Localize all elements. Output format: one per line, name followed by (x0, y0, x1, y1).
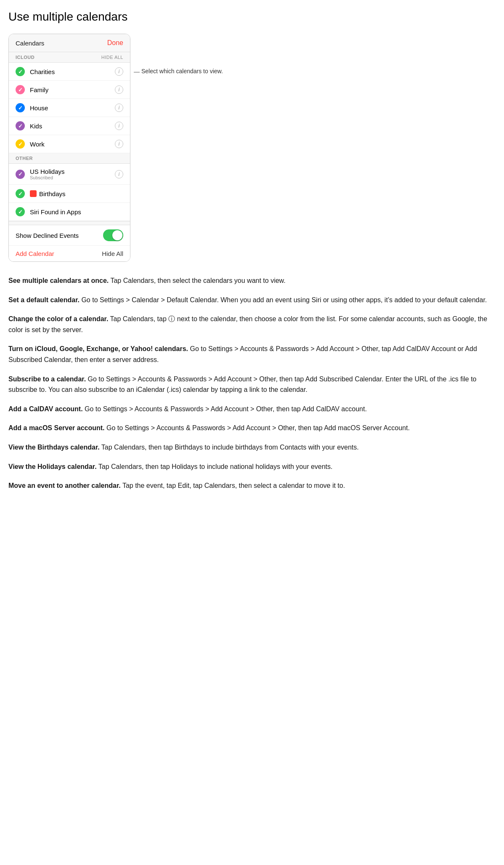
paragraph-4-bold: Turn on iCloud, Google, Exchange, or Yah… (8, 345, 188, 352)
paragraph-7: Add a macOS Server account. Go to Settin… (8, 423, 496, 434)
paragraph-7-text: Go to Settings > Accounts & Passwords > … (105, 424, 410, 431)
family-info-icon[interactable]: i (115, 85, 123, 94)
show-declined-label: Show Declined Events (16, 232, 103, 239)
us-holidays-label: US Holidays Subscribed (30, 168, 115, 180)
birthdays-label: Birthdays (39, 190, 123, 197)
done-button[interactable]: Done (107, 39, 123, 47)
house-check (16, 103, 25, 112)
paragraph-6-bold: Add a CalDAV account. (8, 405, 83, 413)
other-section-header: OTHER (9, 153, 130, 164)
charities-label: Charities (30, 68, 115, 75)
kids-label: Kids (30, 122, 115, 130)
paragraph-1-text: Tap Calendars, then select the calendars… (109, 277, 285, 284)
paragraph-2: Set a default calendar. Go to Settings >… (8, 295, 496, 306)
show-declined-row: Show Declined Events (9, 225, 130, 246)
kids-check (16, 121, 25, 130)
icloud-section-label: ICLOUD (16, 55, 34, 60)
annotation: — Select which calendars to view. (134, 34, 223, 76)
paragraph-2-text: Go to Settings > Calendar > Default Cale… (80, 296, 487, 303)
paragraph-1-bold: See multiple calendars at once. (8, 277, 109, 284)
paragraph-9: View the Holidays calendar. Tap Calendar… (8, 461, 496, 472)
icloud-section-header: ICLOUD HIDE ALL (9, 52, 130, 63)
paragraph-3: Change the color of a calendar. Tap Cale… (8, 314, 496, 335)
us-holidays-check (16, 170, 25, 179)
family-label: Family (30, 86, 115, 93)
add-calendar-link[interactable]: Add Calendar (16, 250, 54, 257)
other-section-label: OTHER (16, 156, 33, 161)
kids-info-icon[interactable]: i (115, 122, 123, 130)
work-info-icon[interactable]: i (115, 140, 123, 148)
phone-header: Calendars Done (9, 34, 130, 52)
hide-all-icloud[interactable]: HIDE ALL (101, 55, 123, 60)
paragraph-8: View the Birthdays calendar. Tap Calenda… (8, 442, 496, 453)
paragraph-2-bold: Set a default calendar. (8, 296, 80, 303)
calendar-item-us-holidays[interactable]: US Holidays Subscribed i (9, 164, 130, 185)
charities-check (16, 67, 25, 76)
divider (9, 221, 130, 225)
house-info-icon[interactable]: i (115, 104, 123, 112)
calendar-item-birthdays[interactable]: Birthdays (9, 185, 130, 203)
work-check (16, 139, 25, 149)
content-body: See multiple calendars at once. Tap Cale… (8, 275, 496, 491)
calendar-item-charities[interactable]: Charities i (9, 63, 130, 81)
show-declined-toggle[interactable] (103, 229, 123, 241)
annotation-dash: — (134, 68, 140, 75)
work-label: Work (30, 141, 115, 148)
paragraph-10-text: Tap the event, tap Edit, tap Calendars, … (121, 482, 345, 489)
subscribed-sublabel: Subscribed (30, 175, 115, 180)
paragraph-4: Turn on iCloud, Google, Exchange, or Yah… (8, 343, 496, 365)
paragraph-9-bold: View the Holidays calendar. (8, 463, 97, 470)
paragraph-3-bold: Change the color of a calendar. (8, 315, 108, 322)
paragraph-10-bold: Move an event to another calendar. (8, 482, 121, 489)
paragraph-5-bold: Subscribe to a calendar. (8, 375, 86, 383)
paragraph-7-bold: Add a macOS Server account. (8, 424, 105, 431)
paragraph-10: Move an event to another calendar. Tap t… (8, 480, 496, 491)
page-title: Use multiple calendars (8, 10, 496, 24)
phone-footer: Add Calendar Hide All (9, 246, 130, 261)
paragraph-5: Subscribe to a calendar. Go to Settings … (8, 374, 496, 395)
house-label: House (30, 104, 115, 112)
paragraph-6: Add a CalDAV account. Go to Settings > A… (8, 404, 496, 415)
family-check (16, 85, 25, 94)
birthdays-check (16, 189, 25, 198)
paragraph-1: See multiple calendars at once. Tap Cale… (8, 275, 496, 286)
phone-ui-mockup: Calendars Done ICLOUD HIDE ALL Charities… (8, 34, 130, 262)
birthdays-calendar-icon (30, 190, 37, 197)
paragraph-8-text: Tap Calendars, then tap Birthdays to inc… (100, 444, 359, 451)
phone-header-title: Calendars (16, 40, 44, 47)
hide-all-link[interactable]: Hide All (102, 250, 123, 257)
us-holidays-info-icon[interactable]: i (115, 170, 123, 178)
screenshot-area: Calendars Done ICLOUD HIDE ALL Charities… (8, 34, 496, 262)
paragraph-9-text: Tap Calendars, then tap Holidays to incl… (97, 463, 333, 470)
charities-info-icon[interactable]: i (115, 67, 123, 76)
calendar-item-family[interactable]: Family i (9, 81, 130, 99)
siri-label: Siri Found in Apps (30, 208, 123, 216)
siri-check (16, 207, 25, 216)
calendar-item-work[interactable]: Work i (9, 135, 130, 153)
calendar-item-house[interactable]: House i (9, 99, 130, 117)
calendar-item-kids[interactable]: Kids i (9, 117, 130, 135)
calendar-item-siri[interactable]: Siri Found in Apps (9, 203, 130, 221)
paragraph-6-text: Go to Settings > Accounts & Passwords > … (83, 405, 367, 413)
annotation-text: Select which calendars to view. (141, 67, 223, 76)
paragraph-8-bold: View the Birthdays calendar. (8, 444, 100, 451)
